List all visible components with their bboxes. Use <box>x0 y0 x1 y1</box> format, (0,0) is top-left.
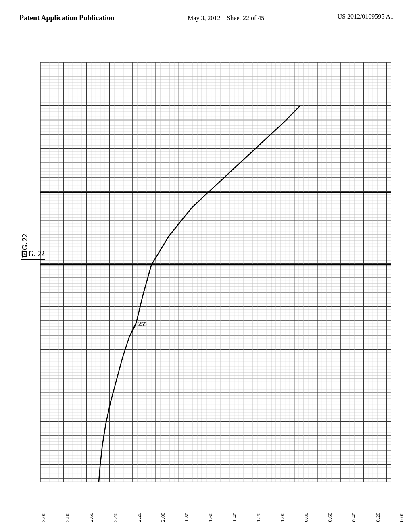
x-label-200: 2.00 <box>160 513 166 522</box>
x-label-060: 0.60 <box>327 513 333 522</box>
x-label-160: 1.60 <box>207 513 214 522</box>
header-center: May 3, 2012 Sheet 22 of 45 <box>188 13 264 23</box>
date-label: May 3, 2012 <box>188 15 220 21</box>
x-label-240: 2.40 <box>112 513 119 522</box>
figure-label: FIG. 22 <box>21 250 45 258</box>
x-label-080: 0.80 <box>303 513 309 522</box>
figure-label-underline <box>21 259 45 260</box>
x-label-000: 0.00 <box>398 513 405 522</box>
x-label-220: 2.20 <box>136 513 142 522</box>
publication-label: Patent Application Publication <box>19 13 115 23</box>
x-label-280: 2.80 <box>64 513 71 522</box>
x-label-180: 1.80 <box>184 513 190 522</box>
x-label-120: 1.20 <box>255 513 262 522</box>
x-label-100: 1.00 <box>279 513 286 522</box>
sheet-label: Sheet 22 of 45 <box>227 15 264 21</box>
x-label-300: 3.00 <box>40 513 47 522</box>
x-label-140: 1.40 <box>232 513 238 522</box>
x-label-040: 0.40 <box>350 513 357 522</box>
x-label-260: 2.60 <box>88 513 94 522</box>
x-label-020: 0.20 <box>375 513 381 522</box>
patent-number: US 2012/0109595 A1 <box>337 13 394 20</box>
